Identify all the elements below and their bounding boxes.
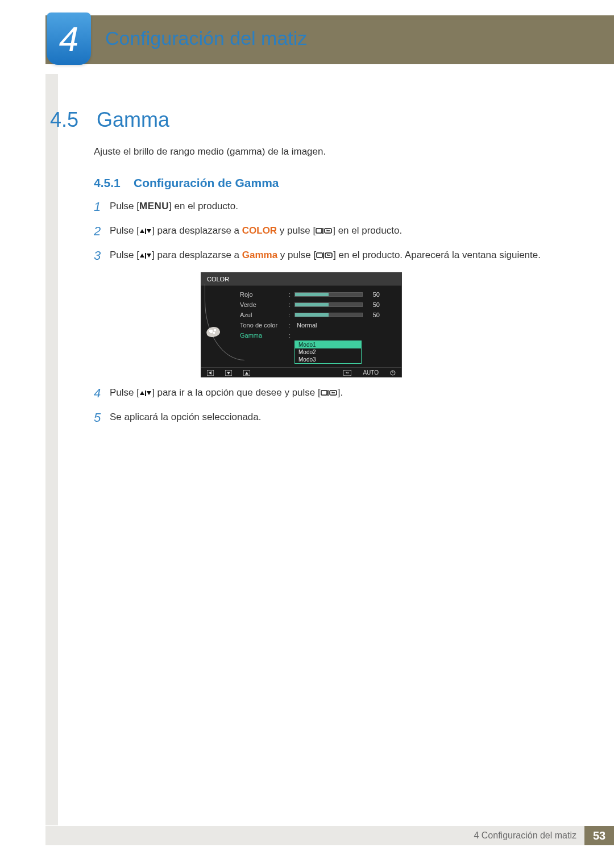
step-4-num: 4 <box>94 384 110 403</box>
step-4-text: Pulse [] para ir a la opción que desee y… <box>110 385 569 401</box>
osd-option-modo1: Modo1 <box>295 341 361 348</box>
svg-rect-23 <box>145 391 146 396</box>
step-5: 5 Se aplicará la opción seleccionada. <box>94 410 569 427</box>
step-3-text: Pulse [] para desplazarse a Gamma y puls… <box>110 248 569 264</box>
osd-body: Rojo : 50 Verde : 50 Azul : <box>201 286 401 367</box>
osd-option-modo3: Modo3 <box>295 356 361 363</box>
step-4: 4 Pulse [] para ir a la opción que desee… <box>94 385 569 403</box>
step-2-num: 2 <box>94 222 110 241</box>
osd-row-gamma: Gamma : <box>240 330 396 340</box>
gamma-highlight: Gamma <box>242 250 277 260</box>
step-3: 3 Pulse [] para desplazarse a Gamma y pu… <box>94 248 569 265</box>
page-number: 53 <box>584 826 614 845</box>
step-2-text: Pulse [] para desplazarse a COLOR y puls… <box>110 223 569 239</box>
osd-footer: AUTO <box>201 367 401 377</box>
osd-row-rojo: Rojo : 50 <box>240 289 396 300</box>
footer-chapter-label: 4 Configuración del matiz <box>45 826 584 845</box>
step-1-num: 1 <box>94 197 110 217</box>
svg-marker-1 <box>147 229 151 233</box>
osd-option-modo2: Modo2 <box>295 348 361 356</box>
osd-window: COLOR Rojo : 50 Verde : <box>201 272 402 377</box>
step-1: 1 Pulse [MENU] en el producto. <box>94 199 569 217</box>
section-number: 4.5 <box>50 108 78 132</box>
subsection-number: 4.5.1 <box>94 176 121 190</box>
color-highlight: COLOR <box>242 225 277 236</box>
step-5-text: Se aplicará la opción seleccionada. <box>110 410 569 425</box>
step-2: 2 Pulse [] para desplazarse a COLOR y pu… <box>94 223 569 241</box>
osd-nav-down-icon <box>225 370 232 376</box>
svg-rect-9 <box>317 253 322 258</box>
section-intro: Ajuste el brillo de rango medio (gamma) … <box>94 146 326 157</box>
osd-auto-label: AUTO <box>363 369 379 376</box>
slider-bar <box>294 313 363 317</box>
svg-marker-17 <box>245 372 248 375</box>
source-enter-icon <box>316 225 333 239</box>
svg-marker-6 <box>140 254 144 258</box>
svg-marker-15 <box>227 372 230 375</box>
osd-row-tono: Tono de color : Normal <box>240 320 396 330</box>
slider-bar <box>294 292 363 297</box>
menu-key-label: MENU <box>139 201 169 211</box>
svg-rect-3 <box>316 229 322 233</box>
osd-icon-column <box>201 286 225 367</box>
steps-list: 1 Pulse [MENU] en el producto. 2 Pulse [… <box>94 199 569 434</box>
osd-power-icon <box>390 370 396 376</box>
svg-rect-8 <box>145 253 146 259</box>
up-down-icon <box>139 249 152 264</box>
step-1-text: Pulse [MENU] en el producto. <box>110 199 569 214</box>
osd-rows: Rojo : 50 Verde : 50 Azul : <box>225 286 401 367</box>
osd-screenshot: COLOR Rojo : 50 Verde : <box>201 272 402 377</box>
chapter-badge: 4 <box>47 13 91 65</box>
svg-marker-22 <box>147 391 151 395</box>
subsection-title: Configuración de Gamma <box>134 176 279 190</box>
svg-marker-7 <box>147 254 151 258</box>
osd-gamma-options: Modo1 Modo2 Modo3 <box>294 340 362 364</box>
source-enter-icon <box>316 249 333 264</box>
source-enter-icon <box>321 387 338 401</box>
up-down-icon <box>139 387 152 401</box>
step-5-num: 5 <box>94 408 110 427</box>
palette-icon <box>206 326 221 338</box>
slider-bar <box>294 302 363 307</box>
svg-marker-0 <box>140 229 144 233</box>
svg-marker-13 <box>209 371 211 375</box>
chapter-title: Configuración del matiz <box>105 27 307 49</box>
page-footer: 4 Configuración del matiz 53 <box>45 826 614 845</box>
osd-enter-icon <box>343 370 351 376</box>
osd-row-azul: Azul : 50 <box>240 310 396 320</box>
svg-marker-21 <box>140 391 144 395</box>
svg-rect-24 <box>321 391 327 395</box>
osd-nav-up-icon <box>243 370 250 376</box>
osd-nav-left-icon <box>207 370 214 376</box>
left-margin-rule <box>45 74 58 825</box>
osd-row-verde: Verde : 50 <box>240 300 396 310</box>
section-title: Gamma <box>97 108 169 132</box>
osd-title: COLOR <box>201 273 401 286</box>
svg-rect-2 <box>145 229 146 234</box>
chapter-number: 4 <box>59 19 78 59</box>
up-down-icon <box>139 225 152 239</box>
step-3-num: 3 <box>94 246 110 265</box>
